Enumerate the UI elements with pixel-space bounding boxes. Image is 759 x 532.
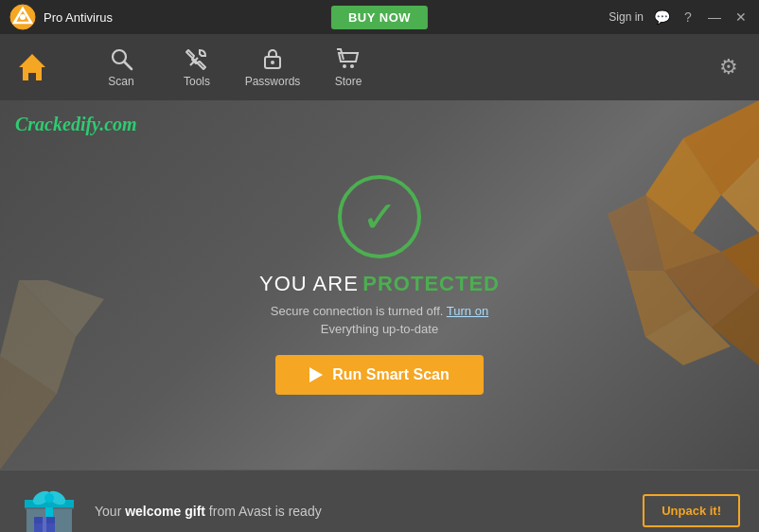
svg-marker-2 — [19, 54, 45, 80]
gift-svg — [19, 481, 79, 533]
svg-point-8 — [343, 64, 346, 68]
nav-item-scan[interactable]: Scan — [83, 34, 159, 100]
nav-item-tools[interactable]: Tools — [159, 34, 235, 100]
gift-icon — [19, 481, 79, 533]
home-icon — [15, 50, 49, 84]
protection-circle: ✓ — [338, 175, 421, 258]
tools-icon — [185, 46, 209, 71]
svg-marker-22 — [712, 290, 759, 365]
app-name-label: Pro Antivirus — [44, 10, 113, 25]
tools-label: Tools — [184, 75, 210, 88]
store-icon — [336, 46, 361, 71]
svg-line-4 — [124, 62, 132, 69]
gift-prefix: Your — [95, 504, 125, 519]
logo-area: Pro Antivirus — [9, 4, 113, 30]
main-content: Crackedify.com ✓ YOU ARE PROTECTED Secur… — [0, 100, 759, 470]
svg-marker-21 — [645, 309, 731, 365]
check-icon: ✓ — [362, 195, 398, 239]
svg-marker-18 — [721, 233, 759, 290]
svg-rect-32 — [43, 517, 46, 533]
scan-label: Scan — [108, 75, 133, 88]
nav-item-store[interactable]: Store — [310, 34, 386, 100]
home-button[interactable] — [9, 44, 55, 90]
svg-marker-12 — [19, 280, 104, 337]
protection-text: YOU ARE PROTECTED — [259, 272, 500, 296]
sign-in-button[interactable]: Sign in — [609, 10, 644, 24]
run-smart-scan-button[interactable]: Run Smart Scan — [275, 355, 484, 395]
settings-icon: ⚙ — [719, 55, 738, 80]
svg-marker-15 — [721, 157, 759, 233]
decoration-right — [570, 100, 759, 365]
chat-icon[interactable]: 💬 — [653, 9, 670, 26]
protected-text: PROTECTED — [362, 272, 500, 295]
gift-message: Your welcome gift from Avast is ready — [95, 504, 627, 519]
svg-marker-17 — [664, 252, 759, 328]
bottom-bar: Your welcome gift from Avast is ready Un… — [0, 470, 759, 532]
secure-connection-text: Secure connection is turned off. Turn on — [271, 304, 488, 318]
nav-bar: Scan Tools Passwords — [0, 34, 759, 100]
svg-marker-11 — [0, 280, 76, 394]
passwords-label: Passwords — [245, 75, 301, 88]
close-button[interactable]: ✕ — [733, 9, 750, 26]
nav-items: Scan Tools Passwords — [83, 34, 386, 100]
gift-suffix: from Avast is ready — [205, 504, 322, 519]
play-icon — [309, 367, 323, 382]
uptodate-text: Everything up-to-date — [321, 322, 438, 336]
svg-marker-19 — [608, 195, 664, 271]
svg-point-29 — [44, 493, 54, 503]
nav-item-passwords[interactable]: Passwords — [235, 34, 310, 100]
svg-marker-20 — [627, 271, 693, 337]
svg-marker-10 — [0, 356, 57, 470]
title-bar: Pro Antivirus BUY NOW Sign in 💬 ? — ✕ — [0, 0, 759, 34]
gift-bold: welcome gift — [125, 504, 205, 519]
avast-logo-icon — [9, 4, 36, 30]
run-scan-label: Run Smart Scan — [332, 366, 450, 383]
help-icon[interactable]: ? — [680, 9, 697, 26]
watermark-text: Crackedify.com — [15, 114, 137, 135]
buy-now-button[interactable]: BUY NOW — [331, 6, 428, 29]
svg-marker-16 — [645, 195, 721, 271]
turn-on-link[interactable]: Turn on — [447, 304, 488, 318]
secure-line1: Secure connection is turned off. — [271, 304, 444, 318]
svg-marker-14 — [645, 138, 721, 233]
passwords-icon — [260, 46, 285, 71]
svg-marker-13 — [683, 100, 759, 195]
unpack-button[interactable]: Unpack it! — [643, 494, 740, 527]
svg-point-9 — [350, 64, 354, 68]
store-label: Store — [335, 75, 362, 88]
scan-icon — [109, 46, 133, 71]
you-are-text: YOU ARE — [259, 272, 359, 295]
settings-button[interactable]: ⚙ — [712, 50, 746, 84]
decoration-left — [0, 280, 123, 470]
window-controls: Sign in 💬 ? — ✕ — [609, 9, 750, 26]
minimize-button[interactable]: — — [706, 9, 723, 26]
svg-point-1 — [20, 14, 26, 20]
svg-point-7 — [271, 61, 274, 64]
